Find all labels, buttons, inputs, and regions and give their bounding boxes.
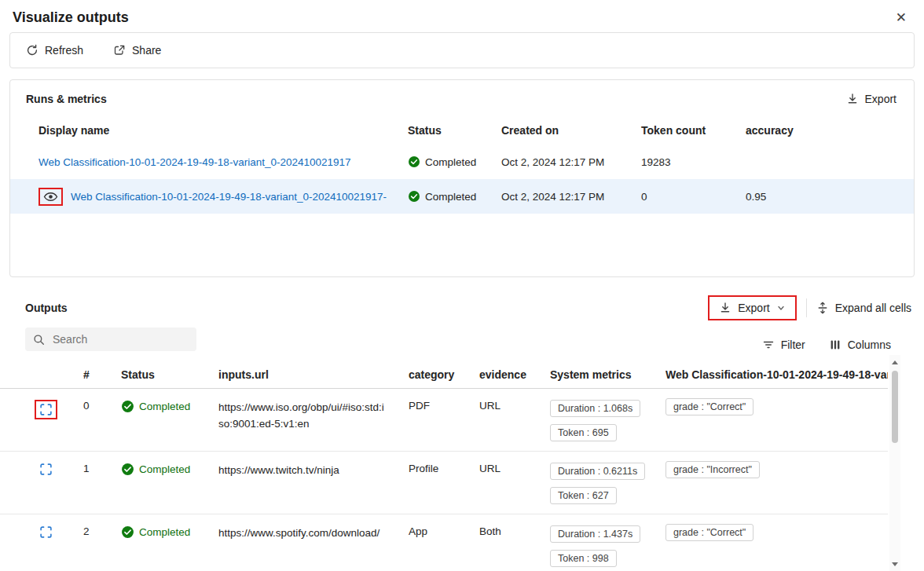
row-evidence: Both bbox=[479, 525, 550, 537]
titlebar: Visualize outputs ✕ bbox=[0, 0, 924, 32]
col-web-classification: Web Classification-10-01-2024-19-49-18-v… bbox=[666, 368, 888, 381]
page-title: Visualize outputs bbox=[13, 9, 129, 26]
duration-chip: Duration : 1.068s bbox=[550, 400, 640, 417]
col-system-metrics: System metrics bbox=[550, 368, 666, 381]
refresh-label: Refresh bbox=[45, 44, 83, 57]
row-status: Completed bbox=[139, 463, 190, 475]
row-url: https://www.spotify.com/download/ bbox=[218, 525, 409, 542]
outputs-table-row: 1 Completed https://www.twitch.tv/ninja … bbox=[0, 452, 888, 514]
expand-cell-icon[interactable] bbox=[39, 463, 53, 476]
close-icon[interactable]: ✕ bbox=[893, 9, 910, 26]
row-url: https://www.twitch.tv/ninja bbox=[218, 463, 409, 479]
col-evidence: evidence bbox=[479, 368, 550, 381]
outputs-section-title: Outputs bbox=[25, 302, 68, 314]
run-link[interactable]: Web Classification-10-01-2024-19-49-18-v… bbox=[38, 156, 351, 168]
expand-cell-icon[interactable] bbox=[39, 403, 53, 416]
completed-check-icon bbox=[408, 190, 420, 203]
search-input[interactable] bbox=[51, 332, 189, 346]
outputs-table-row: 2 Completed https://www.spotify.com/down… bbox=[0, 514, 888, 571]
runs-table: Display name Status Created on Token cou… bbox=[10, 116, 914, 214]
col-token-count: Token count bbox=[641, 124, 746, 137]
runs-export-label: Export bbox=[865, 93, 896, 105]
search-icon bbox=[33, 334, 45, 346]
scrollbar-up-arrow-icon[interactable] bbox=[889, 357, 900, 368]
runs-table-header: Display name Status Created on Token cou… bbox=[10, 116, 914, 145]
share-label: Share bbox=[132, 44, 161, 57]
scrollbar-down-arrow-icon[interactable] bbox=[889, 558, 900, 569]
outputs-section: Outputs Export Expand all cells bbox=[0, 293, 924, 571]
runs-metrics-section: Runs & metrics Export Display name Statu… bbox=[9, 79, 915, 277]
completed-check-icon bbox=[408, 156, 420, 168]
row-evidence: URL bbox=[479, 463, 550, 474]
eye-icon[interactable] bbox=[43, 191, 58, 203]
col-created-on: Created on bbox=[501, 124, 641, 137]
expand-all-cells-label: Expand all cells bbox=[835, 302, 911, 314]
row-category: PDF bbox=[409, 400, 479, 412]
col-category: category bbox=[409, 368, 479, 381]
filter-button[interactable]: Filter bbox=[762, 339, 805, 351]
expand-all-cells-button[interactable]: Expand all cells bbox=[816, 302, 911, 314]
token-chip: Token : 627 bbox=[550, 487, 617, 504]
runs-table-row-selected: Web Classification-10-01-2024-19-49-18-v… bbox=[10, 179, 914, 214]
filter-label: Filter bbox=[781, 339, 805, 351]
run-status: Completed bbox=[425, 191, 476, 203]
row-number: 0 bbox=[83, 400, 121, 412]
completed-check-icon bbox=[121, 400, 134, 413]
row-category: App bbox=[409, 525, 479, 537]
outputs-table-header: # Status inputs.url category evidence Sy… bbox=[0, 361, 888, 389]
col-display-name: Display name bbox=[38, 124, 408, 137]
grade-chip: grade : "Incorrect" bbox=[666, 461, 760, 478]
divider bbox=[806, 298, 807, 317]
refresh-icon bbox=[26, 44, 38, 57]
outputs-table: # Status inputs.url category evidence Sy… bbox=[0, 361, 888, 571]
chevron-down-icon bbox=[776, 303, 786, 313]
col-accuracy: accuracy bbox=[746, 124, 914, 137]
row-status: Completed bbox=[139, 401, 190, 412]
columns-label: Columns bbox=[848, 339, 891, 351]
runs-section-title: Runs & metrics bbox=[26, 93, 107, 105]
annotation-box-expand bbox=[35, 400, 57, 419]
col-status: Status bbox=[408, 124, 501, 137]
token-chip: Token : 695 bbox=[550, 424, 617, 441]
run-created-on: Oct 2, 2024 12:17 PM bbox=[501, 156, 641, 168]
completed-check-icon bbox=[121, 525, 134, 539]
token-chip: Token : 998 bbox=[550, 550, 617, 567]
duration-chip: Duration : 0.6211s bbox=[550, 463, 645, 480]
scrollbar-thumb[interactable] bbox=[892, 371, 898, 443]
share-icon bbox=[113, 44, 126, 57]
annotation-box-eye bbox=[38, 188, 63, 206]
col-number: # bbox=[83, 368, 121, 381]
outputs-table-row: 0 Completed https://www.iso.org/obp/ui/#… bbox=[0, 389, 888, 452]
row-status: Completed bbox=[139, 526, 190, 538]
share-button[interactable]: Share bbox=[113, 44, 161, 57]
run-token-count: 0 bbox=[641, 191, 746, 203]
filter-icon bbox=[762, 339, 775, 351]
run-token-count: 19283 bbox=[641, 156, 746, 168]
runs-export-button[interactable]: Export bbox=[846, 93, 896, 105]
row-number: 1 bbox=[83, 463, 121, 474]
row-url: https://www.iso.org/obp/ui/#iso:std:iso:… bbox=[218, 400, 409, 433]
row-evidence: URL bbox=[479, 400, 550, 412]
run-created-on: Oct 2, 2024 12:17 PM bbox=[501, 191, 641, 203]
toolbar: Refresh Share bbox=[9, 32, 915, 68]
row-number: 2 bbox=[83, 525, 121, 537]
run-status: Completed bbox=[425, 156, 476, 168]
duration-chip: Duration : 1.437s bbox=[550, 525, 640, 543]
col-status: Status bbox=[121, 368, 218, 381]
columns-icon bbox=[829, 339, 842, 351]
runs-table-row: Web Classification-10-01-2024-19-49-18-v… bbox=[10, 145, 914, 179]
grade-chip: grade : "Correct" bbox=[666, 524, 754, 541]
expand-cell-icon[interactable] bbox=[39, 525, 53, 539]
columns-button[interactable]: Columns bbox=[829, 339, 891, 351]
run-link[interactable]: Web Classification-10-01-2024-19-49-18-v… bbox=[71, 191, 387, 203]
annotation-box-export: Export bbox=[708, 295, 796, 320]
download-icon bbox=[846, 93, 859, 105]
outputs-export-label: Export bbox=[738, 302, 769, 314]
outputs-scrollbar[interactable] bbox=[889, 355, 900, 571]
download-icon bbox=[719, 302, 732, 314]
row-category: Profile bbox=[409, 463, 479, 474]
refresh-button[interactable]: Refresh bbox=[26, 44, 83, 57]
outputs-export-button[interactable]: Export bbox=[713, 298, 791, 317]
search-box bbox=[25, 328, 196, 351]
expand-vertical-icon bbox=[816, 302, 829, 314]
